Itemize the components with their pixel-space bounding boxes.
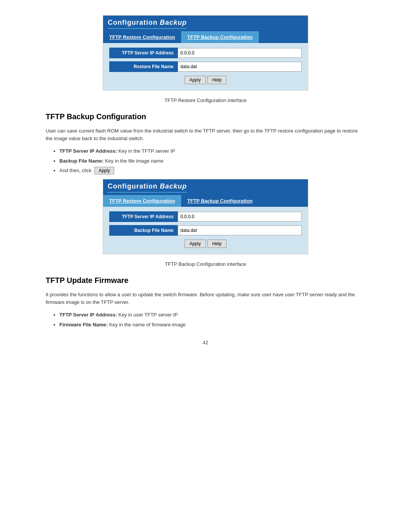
title-part2-2: Backup (158, 182, 187, 190)
bullet-bold-firmware-3: Firmware File Name: (59, 322, 108, 328)
section2-panel-container: Configuration Backup TFTP Restore Config… (46, 179, 365, 258)
title-part1-1: Configuration (108, 19, 158, 26)
form-row-ip-2: TFTP Server IP Address (109, 211, 302, 222)
section2-bullets: TFTP Server IP Address: Key in the TFTP … (59, 147, 365, 174)
ip-input-2[interactable] (178, 212, 302, 222)
page-wrapper: Configuration Backup TFTP Restore Config… (46, 15, 365, 345)
file-label-1: Restore File Name (109, 61, 178, 72)
config-panel-1: Configuration Backup TFTP Restore Config… (103, 15, 308, 91)
bullet-item-apply-2: And then, click Apply (59, 167, 365, 174)
tab-restore-2[interactable]: TFTP Restore Configuration (103, 195, 181, 207)
caption-1: TFTP Restore Configuration interface (46, 97, 365, 103)
bullet-bold-file-2: Backup File Name: (59, 158, 104, 164)
inline-apply-button[interactable]: Apply (94, 167, 114, 174)
ip-input-1[interactable] (178, 48, 302, 58)
section1-panel-container: Configuration Backup TFTP Restore Config… (46, 15, 365, 94)
section3-bullets: TFTP Server IP Address: Key in user TFTP… (59, 311, 365, 328)
section2-heading: TFTP Backup Configuration (46, 112, 365, 121)
help-button-1[interactable]: Help (207, 76, 227, 84)
bullet-item-ip-3: TFTP Server IP Address: Key in user TFTP… (59, 311, 365, 319)
tab-backup-2[interactable]: TFTP Backup Configuration (181, 195, 259, 207)
bullet-item-ip-2: TFTP Server IP Address: Key in the TFTP … (59, 147, 365, 155)
bullet-bold-ip-3: TFTP Server IP Address: (59, 312, 117, 318)
section2-desc: User can save current flash ROM value fr… (46, 127, 365, 142)
section3-desc: It provides the functions to allow a use… (46, 291, 365, 306)
file-input-1[interactable] (178, 62, 302, 72)
form-row-file-2: Backup File Name (109, 225, 302, 236)
form-row-file-1: Restore File Name (109, 61, 302, 72)
config-title-2: Configuration Backup (108, 182, 187, 193)
caption-2: TFTP Backup Configuration interface (46, 261, 365, 267)
config-title-1: Configuration Backup (108, 19, 187, 29)
form-row-ip-1: TFTP Server IP Address (109, 48, 302, 58)
title-part2-1: Backup (158, 19, 187, 26)
file-input-2[interactable] (178, 225, 302, 235)
bullet-item-firmware-3: Firmware File Name: Key in the name of f… (59, 321, 365, 329)
config-title-bar-2: Configuration Backup (103, 179, 308, 195)
bullet-plain-apply-2: And then, click (59, 168, 93, 173)
bullet-bold-ip-2: TFTP Server IP Address: (59, 148, 117, 154)
config-panel-2: Configuration Backup TFTP Restore Config… (103, 179, 308, 254)
ip-label-1: TFTP Server IP Address (109, 48, 178, 58)
tab-content-2: TFTP Server IP Address Backup File Name … (103, 207, 308, 254)
tab-bar-1: TFTP Restore Configuration TFTP Backup C… (103, 31, 308, 43)
bullet-text-ip-2: Key in the TFTP server IP (117, 148, 175, 154)
config-title-bar-1: Configuration Backup (103, 16, 308, 31)
apply-button-2[interactable]: Apply (185, 240, 206, 248)
tab-backup-1[interactable]: TFTP Backup Configuration (181, 31, 259, 43)
bullet-item-file-2: Backup File Name: Key in the file image … (59, 157, 365, 165)
button-row-2: Apply Help (109, 240, 302, 248)
title-part1-2: Configuration (108, 182, 158, 190)
tab-bar-2: TFTP Restore Configuration TFTP Backup C… (103, 195, 308, 207)
button-row-1: Apply Help (109, 76, 302, 84)
apply-button-1[interactable]: Apply (185, 76, 206, 84)
ip-label-2: TFTP Server IP Address (109, 211, 178, 222)
section3-heading: TFTP Update Firmware (46, 276, 365, 285)
file-label-2: Backup File Name (109, 225, 178, 236)
tab-restore-1[interactable]: TFTP Restore Configuration (103, 31, 181, 43)
tab-content-1: TFTP Server IP Address Restore File Name… (103, 43, 308, 90)
bullet-text-ip-3: Key in user TFTP server IP (117, 312, 178, 318)
page-number: 42 (46, 340, 365, 345)
help-button-2[interactable]: Help (207, 240, 227, 248)
bullet-text-file-2: Key in the file image name (104, 158, 163, 164)
bullet-text-firmware-3: Key in the name of firmware image (108, 322, 185, 328)
